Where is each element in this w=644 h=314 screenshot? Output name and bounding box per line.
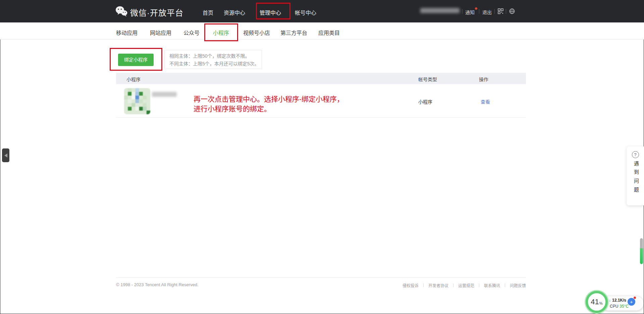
- separator: [462, 9, 463, 14]
- separator: [505, 284, 505, 287]
- highlight-box-management-center: [256, 3, 290, 19]
- help-widget-label: 遇到问题: [633, 161, 638, 196]
- cpu-label: CPU: [610, 304, 618, 309]
- separator: [479, 9, 479, 14]
- footer-link-feedback[interactable]: 问题反馈: [510, 282, 526, 288]
- footer-links: 侵权投诉 开发者协议 运营规范 联系腾讯 问题反馈: [402, 282, 526, 288]
- annotation-line-2: 进行小程序账号的绑定。: [194, 104, 344, 114]
- download-speed-value: 12.1K/s: [612, 298, 626, 303]
- footer-link-developer-agreement[interactable]: 开发者协议: [428, 282, 448, 288]
- miniprogram-avatar: [124, 88, 150, 114]
- network-speed: ↓12.1K/s: [609, 298, 626, 303]
- indicator-green-segment: [640, 248, 643, 264]
- top-header-bar: 微信·开放平台 首页 资源中心 管理中心 帐号中心 通知 退出: [0, 0, 644, 22]
- wechat-logo-icon: [115, 6, 127, 17]
- footer-link-contact-tencent[interactable]: 联系腾讯: [484, 282, 500, 288]
- tab-website-app[interactable]: 网站应用: [150, 28, 171, 37]
- view-link[interactable]: 查看: [481, 98, 490, 105]
- notification-dot: [475, 7, 477, 10]
- cpu-status: CPU35°C: [610, 304, 629, 309]
- separator: [423, 284, 424, 287]
- table-row: 再一次点击管理中心。选择小程序-绑定小程序， 进行小程序账号的绑定。 小程序 查…: [116, 84, 526, 118]
- collapse-arrow-icon: [4, 153, 7, 158]
- miniprogram-name-blurred: [152, 92, 177, 97]
- highlight-box-miniprogram-tab: [204, 23, 238, 41]
- tab-app-category[interactable]: 应用类目: [318, 28, 340, 37]
- annotation-line-1: 再一次点击管理中心。选择小程序-绑定小程序，: [194, 94, 344, 104]
- memory-usage-ring[interactable]: 41 %: [586, 291, 608, 313]
- tab-official-account[interactable]: 公众号: [183, 28, 200, 37]
- usage-percent-unit: %: [599, 301, 603, 305]
- separator: [453, 284, 453, 287]
- tutorial-annotation: 再一次点击管理中心。选择小程序-绑定小程序， 进行小程序账号的绑定。: [194, 94, 344, 114]
- avatar-mosaic: [124, 88, 150, 114]
- top-nav-home[interactable]: 首页: [203, 8, 213, 16]
- brand-title: 微信·开放平台: [130, 6, 183, 18]
- footer-link-infringement[interactable]: 侵权投诉: [402, 282, 419, 288]
- sidebar-collapse-tab[interactable]: [2, 148, 9, 162]
- notifications-link[interactable]: 通知: [465, 9, 475, 15]
- quota-line-same-subject: 相同主体：上限50个，绑定次数不限。: [169, 52, 262, 60]
- language-globe-icon[interactable]: [509, 8, 515, 14]
- edge-scroll-indicator[interactable]: [640, 238, 643, 264]
- account-type-value: 小程序: [418, 98, 432, 105]
- quota-line-different-subject: 不同主体：上限5个，本月还可以绑定5次。: [169, 60, 262, 68]
- cpu-temperature: 35°C: [620, 304, 629, 309]
- logout-link[interactable]: 退出: [482, 9, 492, 15]
- copyright-text: © 1998 - 2023 Tencent All Right Reserved…: [116, 282, 199, 287]
- tab-mobile-app[interactable]: 移动应用: [116, 28, 138, 37]
- separator: [479, 284, 479, 287]
- footer-link-operation-rules[interactable]: 运营规范: [458, 282, 474, 288]
- column-miniprogram: 小程序: [126, 76, 141, 82]
- secondary-nav-bar: 移动应用 网站应用 公众号 小程序 视频号小店 第三方平台 应用类目: [0, 22, 644, 40]
- highlight-box-bind-button: [110, 48, 162, 71]
- help-widget[interactable]: ? 遇到问题: [627, 146, 644, 205]
- download-arrow-icon: ↓: [609, 298, 611, 303]
- tab-channels-shop[interactable]: 视频号小店: [243, 28, 270, 37]
- table-header: 小程序 帐号类型 操作: [116, 73, 526, 84]
- top-nav-account-center[interactable]: 帐号中心: [295, 8, 316, 16]
- column-action: 操作: [479, 76, 488, 82]
- tab-third-party-platform[interactable]: 第三方平台: [280, 28, 307, 37]
- top-nav-resource-center[interactable]: 资源中心: [224, 8, 245, 16]
- qr-code-icon[interactable]: [498, 8, 503, 14]
- separator: [506, 9, 506, 14]
- column-account-type: 帐号类型: [418, 76, 437, 82]
- wechat-open-platform-page: 微信·开放平台 首页 资源中心 管理中心 帐号中心 通知 退出: [0, 0, 644, 314]
- question-mark-icon: ?: [632, 151, 639, 158]
- separator: [494, 9, 495, 14]
- quota-info-box: 相同主体：上限50个，绑定次数不限。 不同主体：上限5个，本月还可以绑定5次。: [164, 50, 262, 69]
- username-blurred[interactable]: [420, 8, 460, 13]
- monitor-alert-dot: [633, 296, 636, 299]
- indicator-grey-segment: [640, 238, 643, 248]
- footer: © 1998 - 2023 Tencent All Right Reserved…: [116, 277, 526, 293]
- usage-percent-value: 41: [591, 298, 599, 306]
